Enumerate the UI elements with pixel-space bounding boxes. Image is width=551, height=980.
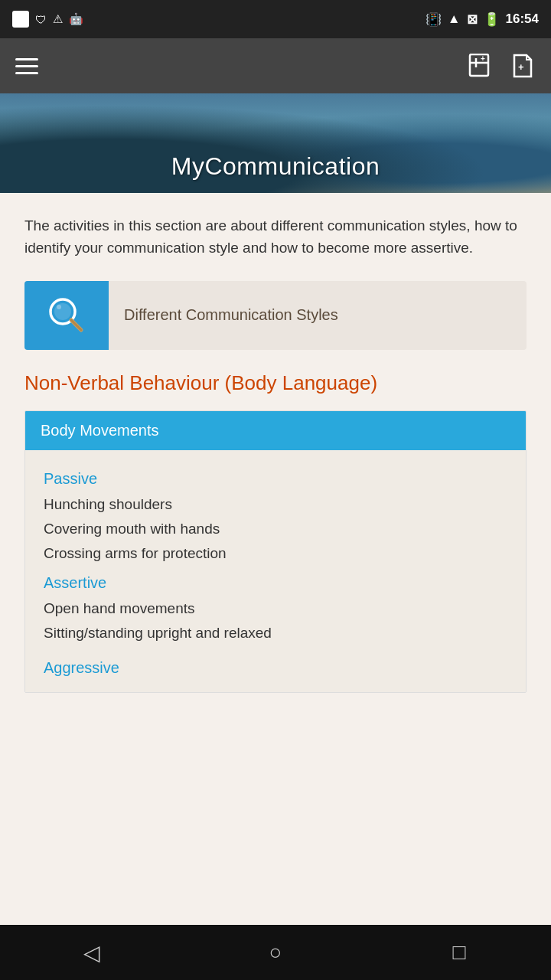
main-content: The activities in this section are about… bbox=[0, 193, 551, 925]
magnifier-icon bbox=[46, 295, 87, 336]
vibrate-icon: 📳 bbox=[425, 11, 442, 28]
passive-item-2: Covering mouth with hands bbox=[44, 517, 507, 541]
bookmark-button[interactable]: + bbox=[465, 52, 493, 80]
shield-icon: 🛡 bbox=[35, 13, 47, 26]
menu-button[interactable] bbox=[15, 58, 38, 74]
bottom-navigation: ◁ ○ □ bbox=[0, 925, 551, 980]
card-label: Different Communication Styles bbox=[109, 306, 354, 324]
status-left-icons: 🛡 ⚠ 🤖 bbox=[12, 11, 83, 28]
hero-section: MyCommunication bbox=[0, 93, 551, 193]
hero-title: MyCommunication bbox=[171, 152, 380, 181]
card-icon-box bbox=[24, 281, 109, 350]
status-bar: 🛡 ⚠ 🤖 📳 ▲ ⊠ 🔋 16:54 bbox=[0, 0, 551, 38]
body-movements-header: Body Movements bbox=[25, 411, 526, 450]
communication-styles-card[interactable]: Different Communication Styles bbox=[24, 281, 527, 350]
svg-point-7 bbox=[57, 305, 61, 309]
battery-icon: 🔋 bbox=[484, 11, 500, 28]
category-aggressive: Aggressive bbox=[44, 659, 507, 677]
section-heading: Non-Verbal Behaviour (Body Language) bbox=[24, 371, 527, 395]
recent-button[interactable]: □ bbox=[436, 929, 482, 975]
svg-text:+: + bbox=[481, 54, 485, 63]
home-button[interactable]: ○ bbox=[253, 929, 298, 975]
signal-off-icon: ⊠ bbox=[467, 11, 478, 28]
svg-rect-0 bbox=[470, 54, 488, 76]
toolbar: + + bbox=[0, 38, 551, 93]
svg-text:+: + bbox=[518, 61, 524, 73]
warning-icon: ⚠ bbox=[53, 12, 63, 26]
passive-item-1: Hunching shoulders bbox=[44, 492, 507, 517]
intro-paragraph: The activities in this section are about… bbox=[24, 214, 527, 260]
app-icon bbox=[12, 11, 29, 28]
clock: 16:54 bbox=[506, 11, 539, 27]
body-movements-section: Body Movements Passive Hunching shoulder… bbox=[24, 410, 527, 693]
status-right-icons: 📳 ▲ ⊠ 🔋 16:54 bbox=[425, 11, 539, 28]
android-icon: 🤖 bbox=[69, 12, 83, 26]
assertive-item-2: Sitting/standing upright and relaxed bbox=[44, 621, 507, 645]
new-doc-button[interactable]: + bbox=[508, 52, 536, 80]
toolbar-right-actions: + + bbox=[465, 52, 536, 80]
body-movements-body: Passive Hunching shoulders Covering mout… bbox=[25, 450, 526, 692]
back-button[interactable]: ◁ bbox=[69, 929, 115, 975]
category-passive: Passive bbox=[44, 470, 507, 488]
svg-line-9 bbox=[71, 320, 81, 330]
svg-point-6 bbox=[54, 303, 71, 320]
wifi-icon: ▲ bbox=[448, 11, 461, 27]
category-assertive: Assertive bbox=[44, 574, 507, 592]
assertive-item-1: Open hand movements bbox=[44, 596, 507, 621]
passive-item-3: Crossing arms for protection bbox=[44, 541, 507, 566]
